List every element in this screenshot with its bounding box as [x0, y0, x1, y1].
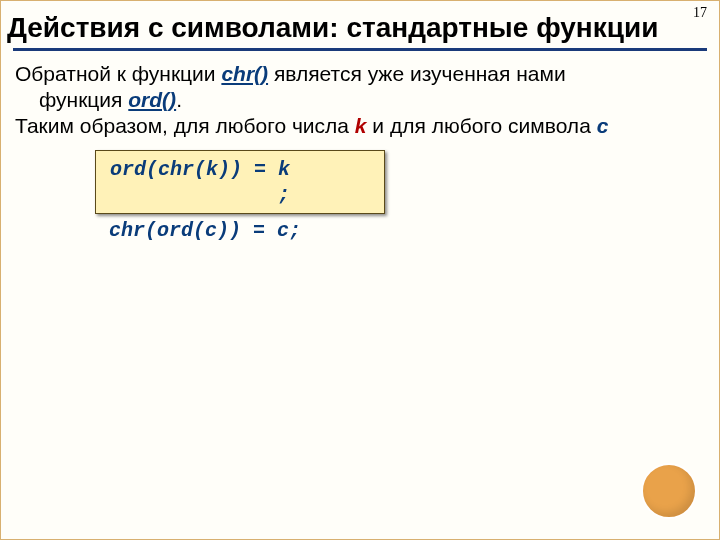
keyword-chr: chr(): [221, 62, 268, 85]
page-number: 17: [693, 5, 707, 21]
keyword-ord: ord(): [128, 88, 176, 111]
paragraph-1-line2: функция ord().: [39, 87, 705, 113]
decorative-circle-icon: [641, 463, 697, 519]
p1-l2-text-1: функция: [39, 88, 128, 111]
paragraph-1: Обратной к функции chr() является уже из…: [15, 61, 705, 87]
slide: 17 Действия с символами: стандартные фун…: [0, 0, 720, 540]
code-line-1: ord(chr(k)) = k: [110, 158, 290, 181]
code-block: ord(chr(k)) = k ; chr(ord(c)) = c;: [95, 150, 385, 243]
p1-text-2: является уже изученная нами: [268, 62, 566, 85]
p2-text-2: и для любого символа: [367, 114, 597, 137]
slide-title: Действия с символами: стандартные функци…: [7, 13, 713, 44]
body-text: Обратной к функции chr() является уже из…: [15, 61, 705, 243]
variable-k: k: [355, 114, 367, 137]
paragraph-2: Таким образом, для любого числа k и для …: [15, 113, 705, 139]
code-box: ord(chr(k)) = k ;: [95, 150, 385, 214]
code-line-2: ;: [110, 183, 290, 206]
code-line-3: chr(ord(c)) = c;: [109, 218, 385, 243]
title-underline: [13, 48, 707, 51]
p1-text-1: Обратной к функции: [15, 62, 221, 85]
variable-c: c: [597, 114, 609, 137]
p1-l2-text-2: .: [176, 88, 182, 111]
p2-text-1: Таким образом, для любого числа: [15, 114, 355, 137]
